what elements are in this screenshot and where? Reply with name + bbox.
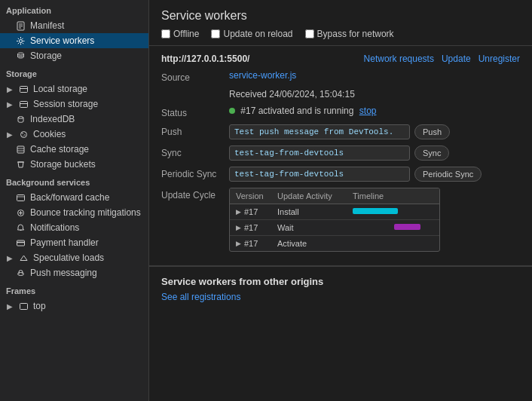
svg-rect-15 (17, 146, 24, 153)
row-arrow-activate: ▶ (236, 240, 241, 247)
cache-storage-label: Cache storage (30, 144, 89, 155)
sidebar-item-speculative-loads[interactable]: ▶ Speculative loads (0, 250, 148, 265)
offline-checkbox[interactable] (161, 29, 170, 38)
push-messaging-icon (15, 268, 26, 278)
service-workers-label: Service workers (30, 35, 94, 46)
received-row: Received 24/06/2024, 15:04:15 (161, 89, 520, 99)
section-title-application: Application (0, 0, 148, 18)
sidebar-item-cache-storage[interactable]: Cache storage (0, 142, 148, 157)
received-value: Received 24/06/2024, 15:04:15 (229, 89, 520, 99)
payment-icon (15, 237, 26, 248)
row-arrow-install: ▶ (236, 208, 241, 216)
row-arrow-wait: ▶ (236, 224, 241, 231)
sidebar-item-payment-handler[interactable]: Payment handler (0, 235, 148, 250)
push-input[interactable] (229, 124, 410, 139)
cache-storage-icon (15, 144, 26, 155)
storage-icon (15, 51, 26, 61)
source-row: Source service-worker.js (161, 70, 520, 83)
update-cycle-row: Update Cycle Version Update Activity Tim… (161, 188, 520, 252)
timeline-cell-wait (353, 224, 433, 231)
cookies-icon (18, 129, 29, 139)
periodic-sync-label: Periodic Sync (161, 167, 229, 179)
sidebar-item-local-storage[interactable]: ▶ Local storage (0, 81, 148, 96)
table-row-wait: ▶ #17 Wait (230, 220, 439, 236)
update-on-reload-checkbox[interactable] (211, 29, 220, 38)
status-value: #17 activated and is running stop (229, 106, 520, 116)
sync-label: Sync (161, 145, 229, 158)
sidebar-item-cookies[interactable]: ▶ Cookies (0, 127, 148, 142)
svg-rect-8 (20, 101, 27, 107)
network-requests-link[interactable]: Network requests (364, 54, 434, 64)
periodic-sync-button[interactable]: Periodic Sync (414, 167, 482, 182)
push-value: Push (229, 124, 520, 139)
sidebar-section-bg-services: Background services Back/forward cache B… (0, 172, 148, 280)
svg-rect-6 (20, 86, 27, 92)
periodic-sync-input-row: Periodic Sync (229, 167, 520, 182)
update-link[interactable]: Update (442, 54, 471, 64)
sidebar: Application Manifest Service workers Sto… (0, 0, 149, 401)
stop-link[interactable]: stop (359, 106, 377, 116)
bell-icon (15, 222, 26, 233)
storage-buckets-label: Storage buckets (30, 159, 96, 170)
svg-rect-28 (20, 303, 27, 309)
session-storage-icon (18, 99, 29, 109)
storage-label: Storage (30, 51, 62, 61)
wait-bar (394, 224, 420, 230)
update-on-reload-checkbox-label[interactable]: Update on reload (211, 29, 292, 39)
sidebar-item-back-forward-cache[interactable]: Back/forward cache (0, 190, 148, 205)
speculative-loads-label: Speculative loads (33, 253, 104, 263)
sidebar-item-storage[interactable]: Storage (0, 48, 148, 63)
status-dot (229, 108, 235, 114)
arrow-icon-3: ▶ (6, 130, 14, 138)
timeline-cell-install (353, 208, 433, 216)
indexeddb-icon (15, 114, 26, 124)
sidebar-item-push-messaging[interactable]: Push messaging (0, 265, 148, 280)
received-label (161, 89, 229, 91)
sidebar-item-bounce-tracking[interactable]: Bounce tracking mitigations (0, 205, 148, 220)
activity-cell-activate: Activate (277, 239, 353, 248)
document-icon (15, 20, 26, 31)
table-header: Version Update Activity Timeline (230, 188, 439, 204)
sync-value: Sync (229, 145, 520, 161)
unregister-link[interactable]: Unregister (478, 54, 520, 64)
source-link[interactable]: service-worker.js (229, 70, 296, 81)
local-storage-label: Local storage (33, 84, 87, 94)
section-title-bg-services: Background services (0, 172, 148, 190)
sync-button[interactable]: Sync (414, 145, 449, 161)
notifications-label: Notifications (30, 222, 79, 233)
version-cell-install: ▶ #17 (236, 207, 277, 216)
indexeddb-label: IndexedDB (30, 114, 75, 124)
sidebar-item-session-storage[interactable]: ▶ Session storage (0, 96, 148, 112)
svg-rect-25 (17, 240, 24, 246)
sidebar-item-service-workers[interactable]: Service workers (0, 33, 148, 48)
section-title-storage: Storage (0, 63, 148, 81)
sync-input[interactable] (229, 145, 410, 161)
push-input-row: Push (229, 124, 520, 139)
sidebar-item-top[interactable]: ▶ top (0, 298, 148, 314)
bypass-for-network-checkbox-label[interactable]: Bypass for network (305, 29, 394, 39)
gear-icon (15, 35, 26, 46)
see-all-registrations-link[interactable]: See all registrations (161, 292, 240, 302)
sidebar-item-storage-buckets[interactable]: Storage buckets (0, 157, 148, 172)
offline-checkbox-label[interactable]: Offline (161, 29, 199, 39)
version-cell-activate: ▶ #17 (236, 239, 277, 248)
periodic-sync-input[interactable] (229, 167, 410, 182)
status-text: #17 activated and is running (240, 106, 353, 116)
service-workers-header: Service workers Offline Update on reload… (149, 0, 532, 46)
push-messaging-label: Push messaging (30, 268, 97, 278)
worker-panel: http://127.0.0.1:5500/ Network requests … (149, 46, 532, 266)
sidebar-item-manifest[interactable]: Manifest (0, 18, 148, 33)
table-row: ▶ #17 Install (230, 204, 439, 220)
sidebar-item-notifications[interactable]: Notifications (0, 220, 148, 235)
version-header: Version (236, 191, 277, 200)
push-label: Push (161, 124, 229, 137)
bypass-for-network-checkbox[interactable] (305, 29, 314, 38)
worker-url: http://127.0.0.1:5500/ (161, 54, 249, 64)
svg-point-4 (19, 39, 22, 42)
update-cycle-table: Version Update Activity Timeline ▶ #17 I… (229, 188, 440, 252)
arrow-icon-2: ▶ (6, 100, 14, 108)
push-button[interactable]: Push (414, 124, 450, 139)
sidebar-item-indexeddb[interactable]: IndexedDB (0, 112, 148, 127)
source-value: service-worker.js (229, 70, 520, 81)
back-forward-icon (15, 192, 26, 203)
